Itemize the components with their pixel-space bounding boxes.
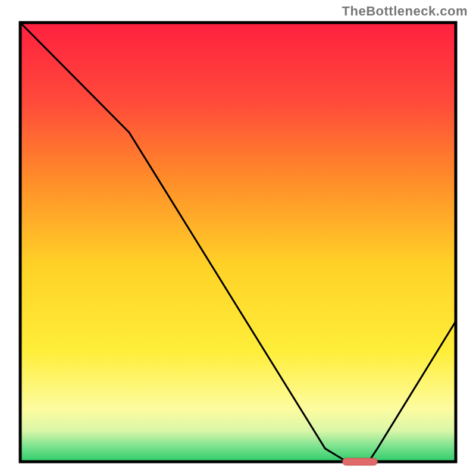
- optimal-range-marker: [343, 458, 378, 465]
- chart-container: TheBottleneck.com: [0, 0, 476, 476]
- watermark-text: TheBottleneck.com: [342, 4, 468, 19]
- bottleneck-chart: [0, 0, 476, 476]
